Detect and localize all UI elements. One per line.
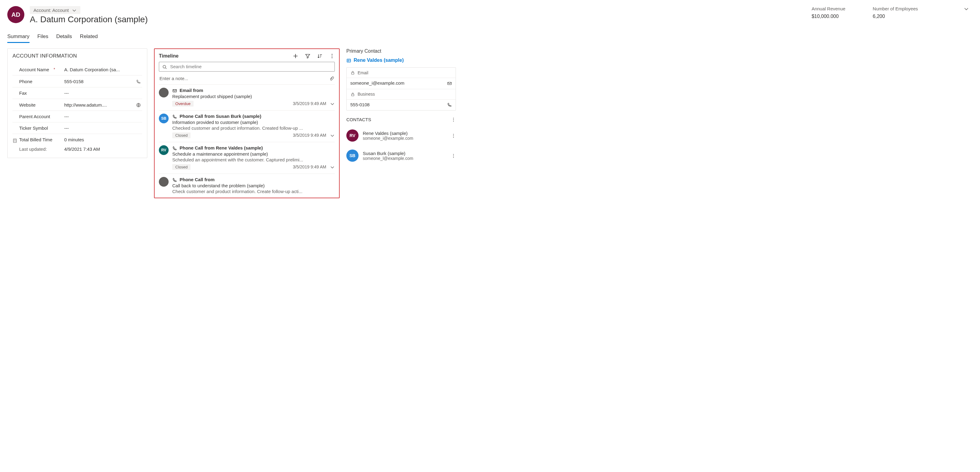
tab-files[interactable]: Files bbox=[37, 32, 48, 43]
phone-icon bbox=[172, 177, 177, 182]
chevron-down-icon bbox=[72, 7, 77, 13]
contact-card-icon bbox=[346, 57, 351, 63]
field-value: 0 minutes bbox=[64, 137, 84, 142]
svg-rect-10 bbox=[448, 82, 451, 85]
contact-more-button[interactable] bbox=[451, 153, 456, 158]
svg-rect-11 bbox=[352, 94, 354, 96]
contact-more-button[interactable] bbox=[451, 133, 456, 138]
tab-details[interactable]: Details bbox=[56, 32, 72, 43]
svg-point-2 bbox=[332, 54, 332, 55]
timeline-kind: Email from bbox=[180, 88, 203, 93]
timeline-item[interactable]: SBPhone Call from Susan Burk (sample)Inf… bbox=[159, 110, 335, 142]
timeline-date: 3/5/2019 9:49 AM bbox=[293, 164, 326, 169]
field-fax[interactable]: Fax --- bbox=[13, 88, 142, 99]
contact-row[interactable]: SBSusan Burk (sample)someone_l@example.c… bbox=[346, 147, 456, 167]
timeline-subject: Schedule a maintenance appointment (samp… bbox=[172, 151, 335, 156]
timeline-more-button[interactable] bbox=[329, 53, 335, 59]
stat-value: $10,000.000 bbox=[812, 14, 845, 19]
account-information-panel: ACCOUNT INFORMATION Account Name A. Datu… bbox=[7, 48, 147, 158]
field-parent-account[interactable]: Parent Account --- bbox=[13, 111, 142, 123]
field-label: Total Billed Time bbox=[13, 137, 64, 142]
primary-contact-link[interactable]: Rene Valdes (sample) bbox=[346, 57, 456, 63]
timeline-panel: Timeline Enter a note... Email fromRepla… bbox=[154, 48, 340, 198]
primary-contact-name: Rene Valdes (sample) bbox=[354, 57, 404, 63]
form-tabs: Summary Files Details Related bbox=[7, 32, 973, 43]
entity-type-label: Account: Account bbox=[33, 8, 69, 13]
svg-rect-7 bbox=[347, 59, 351, 62]
stat-label: Number of Employees bbox=[873, 6, 918, 11]
timeline-title: Timeline bbox=[159, 53, 293, 59]
globe-icon[interactable] bbox=[136, 102, 141, 107]
svg-rect-6 bbox=[173, 89, 177, 92]
svg-point-13 bbox=[453, 120, 454, 120]
last-updated-value: 4/9/2021 7:43 AM bbox=[64, 147, 100, 151]
contact-avatar: RV bbox=[346, 129, 358, 142]
svg-point-4 bbox=[332, 57, 332, 59]
svg-point-8 bbox=[348, 60, 349, 61]
contacts-more-button[interactable] bbox=[451, 116, 456, 122]
timeline-avatar bbox=[159, 177, 169, 187]
timeline-status-badge: Overdue bbox=[172, 101, 194, 107]
svg-point-5 bbox=[163, 65, 166, 68]
svg-point-12 bbox=[453, 118, 454, 118]
contact-avatar: SB bbox=[346, 150, 358, 162]
lock-icon bbox=[350, 92, 355, 97]
record-title: A. Datum Corporation (sample) bbox=[30, 14, 148, 24]
stat-value: 6,200 bbox=[873, 14, 918, 19]
timeline-description: Checked customer and product information… bbox=[172, 126, 335, 131]
field-website[interactable]: Website http://www.adatum.... bbox=[13, 99, 142, 111]
field-value: http://www.adatum.... bbox=[64, 102, 107, 107]
timeline-sort-button[interactable] bbox=[317, 53, 323, 59]
timeline-search[interactable] bbox=[159, 62, 335, 71]
chevron-down-icon[interactable] bbox=[330, 101, 335, 106]
field-value: 555-0158 bbox=[64, 79, 83, 84]
email-label: Email bbox=[358, 70, 368, 75]
svg-point-16 bbox=[453, 136, 454, 136]
timeline-subject: Replacement product shipped (sample) bbox=[172, 94, 335, 99]
contact-row[interactable]: RVRene Valdes (sample)someone_i@example.… bbox=[346, 126, 456, 147]
timeline-search-input[interactable] bbox=[170, 64, 331, 69]
timeline-kind: Phone Call from Susan Burk (sample) bbox=[180, 113, 261, 119]
svg-point-20 bbox=[453, 157, 454, 158]
field-label: Ticker Symbol bbox=[13, 126, 64, 131]
field-account-name[interactable]: Account Name A. Datum Corporation (sa... bbox=[13, 64, 142, 75]
timeline-item[interactable]: Email fromReplacement product shipped (s… bbox=[159, 85, 335, 110]
timeline-status-badge: Closed bbox=[172, 164, 191, 170]
timeline-item[interactable]: Phone Call fromCall back to understand t… bbox=[159, 174, 335, 198]
field-phone[interactable]: Phone 555-0158 bbox=[13, 75, 142, 88]
timeline-subject: Information provided to customer (sample… bbox=[172, 120, 335, 125]
header-expand-button[interactable] bbox=[964, 6, 969, 11]
entity-type-selector[interactable]: Account: Account bbox=[30, 6, 80, 14]
timeline-note-input[interactable]: Enter a note... bbox=[159, 74, 335, 85]
field-value: --- bbox=[64, 114, 69, 119]
field-total-billed: Total Billed Time 0 minutes bbox=[13, 134, 142, 145]
mail-icon[interactable] bbox=[447, 80, 452, 86]
chevron-down-icon[interactable] bbox=[330, 164, 335, 170]
mail-icon bbox=[172, 88, 177, 93]
phone-icon[interactable] bbox=[136, 78, 141, 84]
field-ticker-symbol[interactable]: Ticker Symbol --- bbox=[13, 123, 142, 134]
tab-related[interactable]: Related bbox=[80, 32, 98, 43]
timeline-add-button[interactable] bbox=[293, 53, 298, 59]
timeline-item[interactable]: RVPhone Call from Rene Valdes (sample)Sc… bbox=[159, 142, 335, 174]
timeline-subject: Call back to understand the problem (sam… bbox=[172, 183, 335, 188]
timeline-description: Check customer and product information. … bbox=[172, 189, 335, 194]
phone-icon[interactable] bbox=[447, 102, 452, 107]
field-value: --- bbox=[64, 126, 69, 131]
contact-email: someone_i@example.com bbox=[363, 136, 413, 141]
svg-point-3 bbox=[332, 56, 332, 57]
svg-point-17 bbox=[453, 137, 454, 138]
contact-email: someone_l@example.com bbox=[363, 156, 413, 161]
field-value: --- bbox=[64, 91, 69, 96]
contact-name: Rene Valdes (sample) bbox=[363, 131, 413, 136]
primary-contact-title: Primary Contact bbox=[346, 48, 456, 54]
business-value: 555-0108 bbox=[350, 102, 369, 107]
chevron-down-icon[interactable] bbox=[330, 133, 335, 138]
timeline-filter-button[interactable] bbox=[305, 53, 310, 59]
timeline-avatar: SB bbox=[159, 113, 169, 123]
tab-summary[interactable]: Summary bbox=[7, 32, 30, 43]
attachment-icon[interactable] bbox=[329, 76, 334, 81]
stat-employees: Number of Employees 6,200 bbox=[873, 6, 918, 19]
account-avatar: AD bbox=[7, 6, 24, 23]
field-label: Phone bbox=[13, 79, 64, 84]
